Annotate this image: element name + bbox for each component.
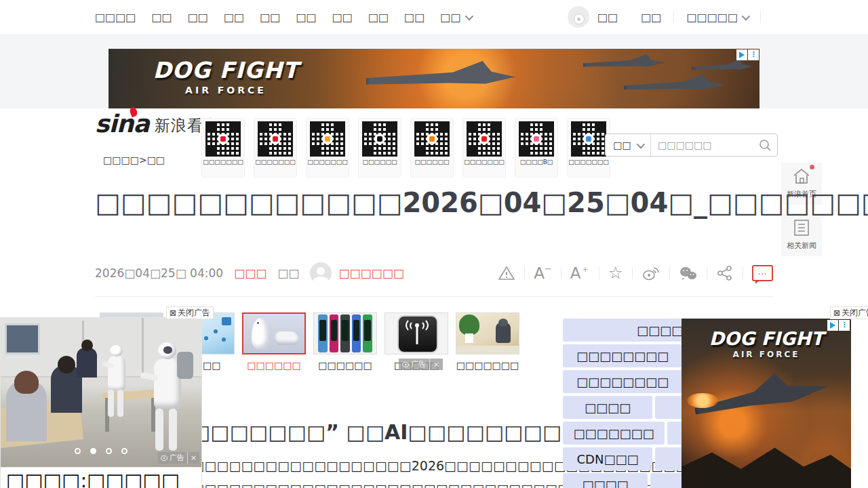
tag-pill[interactable]: □□□□□□□□ [563, 370, 682, 393]
close-ad-button-left[interactable]: ⊠ 关闭广告 [166, 306, 214, 319]
font-increase-icon[interactable]: A＋ [570, 266, 590, 280]
search-icon[interactable] [758, 138, 772, 152]
nav-items: □□□□ □□ □□ □□ □□ □□ □□ □□ □□ □□ [95, 0, 471, 34]
tag-pill[interactable]: □□□□ [563, 396, 652, 419]
comment-icon[interactable]: … [752, 265, 773, 281]
qr-card-2[interactable]: □□□□□□□ [254, 118, 297, 178]
banner-ad-subtitle: AIR FORCE [141, 85, 311, 96]
right-square-ad[interactable]: DOG FIGHT AIR FORCE ⋮ [682, 319, 851, 488]
qr-card-5[interactable]: □□□□□□ [410, 118, 454, 178]
nav-item-3[interactable]: □□ [224, 11, 244, 24]
article-title: □□□□□□□□□□□□2026□04□25□04□_□□□□□□□□□□□□ [95, 187, 780, 218]
ad-photo-robot-head [110, 345, 123, 357]
thumb-item-4[interactable]: □□□□□□ [313, 312, 377, 371]
top-banner-ad[interactable]: DOG FIGHT AIR FORCE ⋮ [108, 49, 760, 108]
related-news-label: 相关新闻 [787, 241, 816, 251]
related-news-shortcut[interactable]: 相关新闻 [781, 214, 822, 256]
nav-item-2[interactable]: □□ [188, 11, 208, 24]
chevron-down-icon [636, 140, 645, 148]
weibo-share-icon[interactable] [642, 265, 660, 281]
avatar-head [317, 267, 325, 275]
top-navbar: □□□□ □□ □□ □□ □□ □□ □□ □□ □□ □□ □□ □□ □□… [0, 0, 868, 35]
sina-eye-avatar[interactable] [568, 6, 589, 28]
notification-dot [810, 165, 814, 169]
ad-photo-robot-body [108, 356, 125, 391]
qr-card-1[interactable]: □□□□□□□ [201, 118, 245, 178]
chevron-down-icon [742, 12, 751, 20]
qr-card-6[interactable]: □□□□□□□ [462, 118, 506, 178]
qr-label: □□□□□□□ [202, 158, 244, 166]
login-link[interactable]: □□ [597, 11, 618, 24]
nav-item-1[interactable]: □□ [151, 11, 172, 24]
tag-pill[interactable]: □□□□ [563, 473, 648, 488]
avatar-body [313, 277, 329, 284]
carousel-dot-2-active[interactable] [90, 448, 96, 454]
search-category-dropdown[interactable]: □□ [606, 134, 651, 156]
thumb-item-3-selected[interactable]: □□□□□□ [242, 312, 306, 371]
adchoices-icon[interactable] [736, 49, 747, 60]
font-decrease-icon[interactable]: A− [534, 266, 552, 280]
carousel-dot-3[interactable] [106, 448, 112, 454]
nav-account-area: □□ □□ □□□□□ [568, 0, 868, 34]
ad-photo-robot-leg [155, 409, 163, 451]
carousel-dot-1[interactable] [75, 448, 81, 454]
carousel-dot-4[interactable] [121, 448, 127, 454]
thumb-caption: □□□□□□□ [456, 360, 519, 371]
nav-item-7[interactable]: □□ [368, 11, 389, 24]
tag-pill[interactable]: □□□□□□□□ [563, 344, 682, 367]
favorite-star-icon[interactable]: ☆ [608, 266, 623, 281]
publish-date: 2026□04□25□ 04:00 [95, 266, 223, 280]
qr-code-image [205, 121, 241, 157]
carousel-ad-image[interactable]: 广告 × [1, 318, 201, 467]
source-link[interactable]: □□□ [234, 266, 267, 280]
qr-code-row: □□□□□□□ □□□□□□□ □□□□□□□ □□□□□□ □□□□□□ □□… [201, 118, 610, 178]
author-avatar[interactable] [310, 262, 332, 284]
nav-item-6[interactable]: □□ [332, 11, 353, 24]
nav-divider [673, 11, 674, 23]
qr-card-8[interactable]: □□□□□□□ [567, 118, 610, 178]
close-ad-button-right[interactable]: ⊠ 关闭广告 [830, 306, 868, 319]
divider [95, 296, 773, 297]
client-menu[interactable]: □□□□□ [686, 11, 748, 24]
thumb-ad-badge: 广告 × [399, 359, 443, 370]
ad-photo-window [5, 323, 40, 354]
ad-badge-label: 广告 [158, 452, 187, 464]
qr-label: □□□□□□□ [463, 158, 505, 166]
nav-item-home[interactable]: □□□□ [95, 11, 136, 24]
qr-card-4[interactable]: □□□□□□ [358, 118, 401, 178]
thumb-caption: □□□□□□ [313, 360, 377, 371]
ad-options-icon[interactable]: ⋮ [748, 49, 759, 60]
news-list-icon [793, 219, 810, 237]
ad-badge-close-icon[interactable]: × [429, 359, 443, 370]
breadcrumb[interactable]: □□□□>□□ [103, 155, 165, 165]
author-link[interactable]: □□□□□□ [338, 266, 403, 280]
share-network-icon[interactable] [716, 265, 734, 281]
ad-photo-robot-leg [169, 409, 177, 451]
close-ad-label: 关闭广告 [842, 307, 868, 319]
tag-pill[interactable]: □□□□□□□ [563, 422, 665, 445]
ad-options-icon[interactable]: ⋮ [839, 320, 850, 331]
nav-item-more[interactable]: □□ [440, 11, 471, 24]
report-warning-icon[interactable] [498, 265, 515, 281]
carousel-ad-headline[interactable]: □□□□:□□□□□ [6, 469, 180, 488]
qr-card-7[interactable]: □□□□B□ [515, 118, 558, 178]
tag-pill[interactable]: CDN□□□ [563, 447, 652, 470]
article-meta-row: 2026□04□25□ 04:00 □□□ □□ □□□□□□ A− A＋ ☆ [95, 262, 773, 285]
banner-ad-title: DOG FIGHT [141, 57, 311, 83]
nav-item-4[interactable]: □□ [260, 11, 280, 24]
thumb-item-6-ad[interactable]: □□□□□□□ [456, 312, 519, 371]
thumb-caption: □□□□□□ [242, 360, 306, 371]
qr-label: □□□□□□□ [254, 158, 296, 166]
nav-item-5[interactable]: □□ [296, 11, 316, 24]
ad-photo-person-head [81, 340, 93, 351]
nav-item-8[interactable]: □□ [404, 11, 425, 24]
antenna-icon [406, 320, 429, 347]
search-input[interactable] [651, 140, 758, 150]
qr-card-3[interactable]: □□□□□□□ [306, 118, 349, 178]
carousel-ad-close-icon[interactable]: × [187, 452, 199, 464]
qr-label: □□□□□□□ [568, 158, 610, 166]
wechat-share-icon[interactable] [679, 265, 698, 281]
register-link[interactable]: □□ [641, 11, 661, 24]
adchoices-icon[interactable] [827, 320, 838, 331]
nav-more-label: □□ [440, 11, 460, 24]
